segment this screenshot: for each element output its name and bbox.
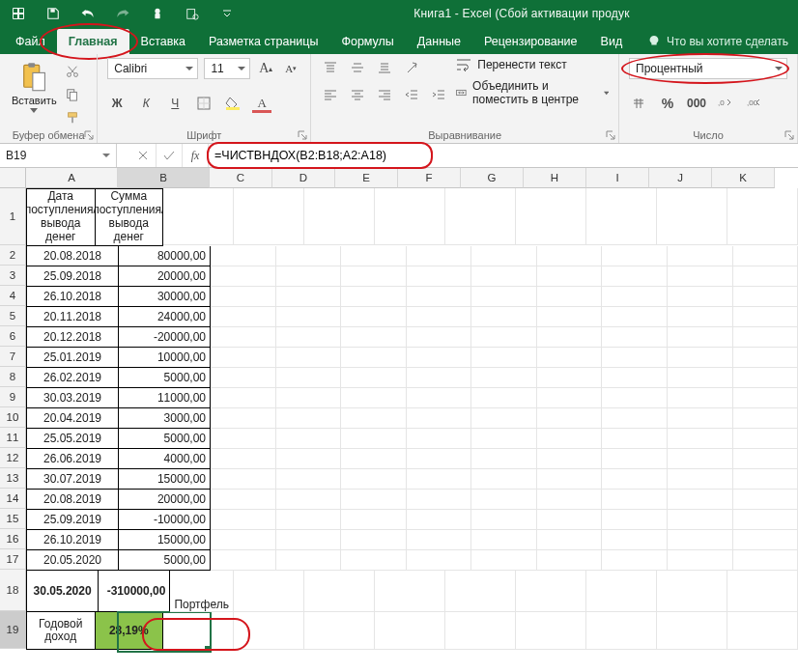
column-header[interactable]: J [649,168,712,188]
save-icon[interactable] [43,3,64,24]
cell[interactable]: 25.09.2019 [26,510,119,530]
wrap-text-button[interactable]: Перенести текст [456,58,609,71]
cell[interactable] [471,408,537,429]
cell[interactable] [341,429,407,449]
cell[interactable] [537,287,603,307]
cell[interactable] [471,530,537,550]
cell[interactable] [602,368,668,388]
cell[interactable] [668,287,733,307]
cell[interactable] [276,307,342,327]
cell[interactable] [471,368,537,388]
cell[interactable] [407,327,472,348]
cell[interactable]: -20000,00 [119,327,211,348]
dialog-launcher-icon[interactable] [606,130,615,140]
cell[interactable] [163,612,234,650]
align-middle-icon[interactable] [348,58,367,77]
tab-formulas[interactable]: Формулы [329,29,405,54]
cell[interactable] [668,388,733,408]
cell[interactable] [211,469,276,490]
cell[interactable] [211,246,276,266]
cell[interactable] [341,408,407,429]
tab-home[interactable]: Главная [57,29,129,54]
font-name-dropdown[interactable]: Calibri [107,58,198,79]
tab-insert[interactable]: Вставка [129,29,197,54]
cell[interactable] [471,348,537,368]
cell[interactable] [341,388,407,408]
font-color-icon[interactable]: A [252,94,271,113]
cell[interactable] [276,348,342,368]
cell[interactable] [276,388,342,408]
undo-icon[interactable] [77,3,99,24]
cancel-formula-icon[interactable] [130,144,157,167]
cell[interactable] [586,571,657,612]
cell[interactable]: 24000,00 [119,307,211,327]
cut-icon[interactable] [63,62,82,81]
cell[interactable] [602,388,668,408]
cell[interactable] [276,550,342,571]
cell[interactable] [657,612,727,650]
cell[interactable] [445,571,516,612]
fill-color-icon[interactable] [223,94,242,113]
cell[interactable]: 25.05.2019 [26,429,119,449]
currency-icon[interactable] [629,94,648,113]
cell[interactable] [276,530,342,550]
cell[interactable]: 20.11.2018 [26,307,119,327]
cell[interactable] [375,571,445,612]
cell[interactable] [471,327,537,348]
cell[interactable] [471,246,537,266]
cell[interactable] [516,571,586,612]
cell[interactable] [733,246,799,266]
cell[interactable] [668,307,733,327]
cell[interactable] [586,188,657,245]
cell[interactable]: 26.10.2018 [26,287,119,307]
cell[interactable] [341,510,407,530]
cell[interactable] [668,490,733,510]
cell[interactable] [537,469,603,490]
cell[interactable] [407,490,472,510]
cell[interactable] [341,530,407,550]
cell[interactable] [668,530,733,550]
cell[interactable] [471,287,537,307]
cell[interactable] [407,388,472,408]
cell[interactable] [445,612,516,650]
formula-input[interactable] [209,144,798,167]
cell[interactable] [537,348,603,368]
cell[interactable] [211,490,276,510]
column-header[interactable]: I [586,168,649,188]
cell[interactable] [276,287,342,307]
row-header[interactable]: 17 [0,549,26,570]
cell[interactable] [304,612,375,650]
paste-button[interactable]: Вставить [10,58,59,127]
font-size-dropdown[interactable]: 11 [204,58,250,79]
cell[interactable] [733,469,799,490]
cell[interactable] [471,490,537,510]
cell[interactable] [537,490,603,510]
cell[interactable] [537,266,603,287]
cell[interactable]: 5000,00 [119,429,211,449]
cell[interactable] [602,327,668,348]
row-header[interactable]: 7 [0,347,26,367]
cell[interactable]: 11000,00 [119,388,211,408]
cell[interactable]: 80000,00 [119,246,211,266]
increase-decimal-icon[interactable]: ,0 [716,94,735,113]
cell[interactable] [163,188,234,245]
cell[interactable] [276,266,342,287]
cell[interactable] [602,469,668,490]
cell[interactable] [733,266,799,287]
cell[interactable]: 10000,00 [119,348,211,368]
column-header[interactable]: F [398,168,461,188]
cell[interactable] [341,449,407,469]
tab-file[interactable]: Файл [4,29,57,54]
cell[interactable] [668,510,733,530]
dialog-launcher-icon[interactable] [84,130,94,140]
cell[interactable] [211,307,276,327]
cell[interactable] [537,327,603,348]
cell[interactable] [602,246,668,266]
cell[interactable] [341,348,407,368]
align-center-icon[interactable] [348,85,367,104]
cell[interactable] [276,469,342,490]
cell[interactable] [471,429,537,449]
cell[interactable]: 20000,00 [119,490,211,510]
cell[interactable] [471,449,537,469]
cell[interactable] [733,287,799,307]
